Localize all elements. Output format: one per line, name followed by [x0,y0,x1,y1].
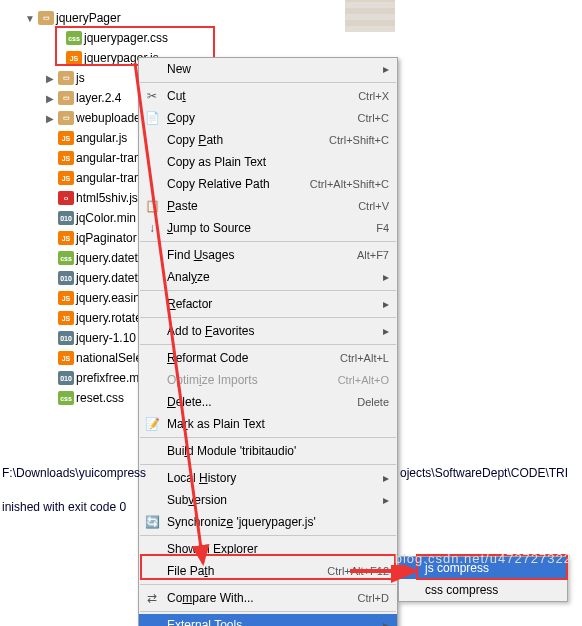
chevron-right-icon: ▸ [379,270,389,284]
tree-label: angular.js [76,131,127,145]
menu-label: Reformat Code [167,351,340,365]
menu-label: Copy Relative Path [167,177,310,191]
css-file-icon: css [58,391,74,405]
menu-shortcut: Ctrl+Alt+L [340,352,389,364]
menu-shortcut: Ctrl+Alt+O [338,374,389,386]
menu-label: Cut [167,89,358,103]
menu-separator [140,584,396,585]
menu-label: Copy [167,111,358,125]
context-menu[interactable]: New▸✂CutCtrl+X📄CopyCtrl+CCopy PathCtrl+S… [138,57,398,626]
menu-item-copy-as-plain-text[interactable]: Copy as Plain Text [139,151,397,173]
menu-separator [140,317,396,318]
menu-label: Delete... [167,395,357,409]
folder-icon: ▭ [38,11,54,25]
menu-item-synchronize-jquerypager-js[interactable]: 🔄Synchronize 'jquerypager.js' [139,511,397,533]
menu-item-compare-with[interactable]: ⇄Compare With...Ctrl+D [139,587,397,609]
js-file-icon: JS [58,291,74,305]
submenu-item-css-compress[interactable]: css compress [399,579,567,601]
editor-minimap [345,0,395,32]
menu-item-new[interactable]: New▸ [139,58,397,80]
menu-icon: 📝 [143,415,161,433]
menu-item-add-to-favorites[interactable]: Add to Favorites▸ [139,320,397,342]
menu-label: Build Module 'tribitaudio' [167,444,389,458]
tree-folder-jqueryPager[interactable]: ▼ ▭ jqueryPager [0,8,320,28]
menu-item-copy-path[interactable]: Copy PathCtrl+Shift+C [139,129,397,151]
menu-item-copy[interactable]: 📄CopyCtrl+C [139,107,397,129]
menu-item-jump-to-source[interactable]: ↓Jump to SourceF4 [139,217,397,239]
menu-shortcut: F4 [376,222,389,234]
tree-label: jquery.rotate [76,311,142,325]
menu-icon: 📄 [143,109,161,127]
chevron-down-icon[interactable]: ▼ [24,13,36,24]
menu-icon: 🔄 [143,513,161,531]
menu-label: Jump to Source [167,221,376,235]
menu-item-mark-as-plain-text[interactable]: 📝Mark as Plain Text [139,413,397,435]
menu-label: Analyze [167,270,379,284]
menu-item-analyze[interactable]: Analyze▸ [139,266,397,288]
chevron-right-icon: ▸ [379,62,389,76]
menu-item-paste[interactable]: 📋PasteCtrl+V [139,195,397,217]
css-file-icon: css [58,251,74,265]
menu-shortcut: Ctrl+X [358,90,389,102]
tree-label: webuploader [76,111,145,125]
highlight-box [140,554,396,580]
html-file-icon: ‹› [58,191,74,205]
tree-label: jqColor.min [76,211,136,225]
menu-item-local-history[interactable]: Local History▸ [139,467,397,489]
menu-shortcut: Alt+F7 [357,249,389,261]
menu-shortcut: Ctrl+Shift+C [329,134,389,146]
menu-item-build-module-tribitaudio[interactable]: Build Module 'tribitaudio' [139,440,397,462]
menu-label: Copy as Plain Text [167,155,389,169]
menu-separator [140,241,396,242]
menu-label: Local History [167,471,379,485]
js-file-icon: JS [58,231,74,245]
folder-file-icon: ▭ [58,111,74,125]
bin-file-icon: 010 [58,211,74,225]
menu-label: Mark as Plain Text [167,417,389,431]
menu-item-refactor[interactable]: Refactor▸ [139,293,397,315]
menu-label: Subversion [167,493,379,507]
menu-shortcut: Ctrl+V [358,200,389,212]
menu-separator [140,464,396,465]
tree-label: jqPaginator [76,231,137,245]
chevron-right-icon: ▸ [379,324,389,338]
tree-label: jquery-1.10 [76,331,136,345]
menu-item-subversion[interactable]: Subversion▸ [139,489,397,511]
menu-item-copy-relative-path[interactable]: Copy Relative PathCtrl+Alt+Shift+C [139,173,397,195]
menu-icon: ↓ [143,219,161,237]
menu-separator [140,437,396,438]
menu-label: Optimize Imports [167,373,338,387]
chevron-right-icon[interactable]: ▶ [44,73,56,84]
chevron-right-icon[interactable]: ▶ [44,113,56,124]
menu-item-cut[interactable]: ✂CutCtrl+X [139,85,397,107]
menu-item-delete[interactable]: Delete...Delete [139,391,397,413]
menu-icon: ⇄ [143,589,161,607]
menu-item-reformat-code[interactable]: Reformat CodeCtrl+Alt+L [139,347,397,369]
js-file-icon: JS [58,171,74,185]
bin-file-icon: 010 [58,271,74,285]
menu-label: Paste [167,199,358,213]
tree-label: jqueryPager [56,11,121,25]
js-file-icon: JS [58,151,74,165]
menu-item-external-tools[interactable]: External Tools▸ [139,614,397,626]
js-file-icon: JS [58,311,74,325]
tree-label: layer.2.4 [76,91,121,105]
menu-shortcut: Ctrl+Alt+Shift+C [310,178,389,190]
menu-item-optimize-imports: Optimize ImportsCtrl+Alt+O [139,369,397,391]
menu-shortcut: Delete [357,396,389,408]
menu-item-find-usages[interactable]: Find UsagesAlt+F7 [139,244,397,266]
tree-label: jquery.easing [76,291,147,305]
console-line: F:\Downloads\yuicompress [2,466,146,480]
chevron-right-icon: ▸ [379,297,389,311]
submenu-label: css compress [425,583,498,597]
chevron-right-icon[interactable]: ▶ [44,93,56,104]
folder-file-icon: ▭ [58,91,74,105]
tree-label: js [76,71,85,85]
js-file-icon: JS [58,131,74,145]
menu-separator [140,611,396,612]
menu-separator [140,82,396,83]
menu-icon: 📋 [143,197,161,215]
menu-label: Compare With... [167,591,358,605]
bin-file-icon: 010 [58,331,74,345]
tree-label: html5shiv.js [76,191,138,205]
